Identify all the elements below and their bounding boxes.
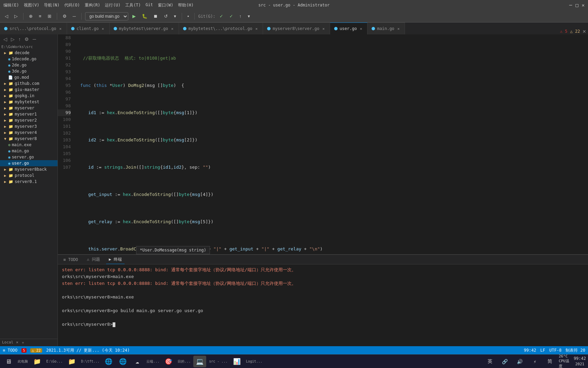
sidebar-item-maingo[interactable]: ◉ main.go (0, 148, 58, 154)
tab-main[interactable]: main.go ✕ (368, 22, 405, 34)
tab-close[interactable]: ✕ (321, 26, 326, 31)
lang-icon[interactable]: 英 (484, 356, 496, 367)
code-content[interactable]: //获取继电器状态 格式: to|0108|get|ab func ( this… (75, 34, 588, 254)
tab-user[interactable]: user.go ✕ (330, 22, 368, 34)
reload-button[interactable]: ↺ (162, 13, 170, 20)
tab-myserver8-server[interactable]: myserver8\server.go ✕ (263, 22, 330, 34)
sidebar-item-2de[interactable]: ◉ 2de.go (0, 62, 58, 68)
local-tab[interactable]: Local (2, 340, 13, 345)
sidebar-item-decode[interactable]: ▶ 📁 decode (0, 50, 58, 56)
taskbar-target[interactable]: 🎯 (162, 356, 175, 367)
menu-bar[interactable]: 编辑(E) 视图(V) 导航(N) 代码(O) 重构(R) 运行(U) 工具(T… (3, 2, 194, 8)
forward-button[interactable]: ▷ (12, 13, 20, 20)
nav-button[interactable]: ⊕ (27, 13, 35, 20)
battery-icon[interactable]: ⚡ (529, 356, 541, 367)
taskbar-logit-label[interactable]: Logit... (245, 359, 264, 363)
sidebar-item-myserver[interactable]: ▶ 📁 myserver (0, 105, 58, 111)
taskbar-browser2[interactable]: 🌐 (116, 356, 129, 367)
sidebar-item-servergo[interactable]: ◉ server.go (0, 154, 58, 160)
back-button[interactable]: ◁ (3, 13, 10, 20)
status-charset[interactable]: UTF-8 (549, 348, 561, 353)
maximize-button[interactable]: □ (575, 2, 578, 8)
volume-icon[interactable]: 🔊 (514, 356, 526, 367)
git-check2[interactable]: ✓ (227, 13, 235, 20)
taskbar-explorer1-label[interactable]: E:\Go... (45, 359, 64, 363)
status-problems[interactable]: 5 △ 22 (21, 348, 42, 353)
block-button[interactable]: ▪ (185, 13, 191, 20)
status-encoding[interactable]: LF (540, 348, 545, 353)
minus-button[interactable]: ─ (71, 13, 78, 20)
status-linecol[interactable]: 99:42 (524, 348, 536, 353)
input-method-icon[interactable]: 简 (544, 356, 556, 367)
close-local[interactable]: ✕ (16, 340, 18, 345)
expand-button[interactable]: ⊞ (46, 13, 53, 20)
add-tab[interactable]: ＋ (21, 340, 25, 345)
sidebar-item-gomod[interactable]: 📄 go.mod (0, 74, 58, 80)
stop-button[interactable]: ⏹ (151, 13, 160, 20)
sidebar-item-mybytetest[interactable]: ▶ 📁 mybytetest (0, 99, 58, 105)
menu-help[interactable]: 帮助(H) (178, 2, 194, 8)
code-editor[interactable]: 88 89 90 91 92 93 94 95 96 97 98 99 100 … (58, 34, 588, 254)
taskbar-cloud-label[interactable]: 云端... (145, 359, 161, 364)
tab-problems[interactable]: ⚠ 问题 (84, 255, 102, 264)
git-check[interactable]: ✓ (217, 13, 225, 20)
git-push[interactable]: ↑ (237, 13, 244, 20)
sidebar-item-server01[interactable]: ▶ 📁 server0.1 (0, 179, 58, 185)
sidebar-item-gopkg[interactable]: ▶ 📁 gopkg.in (0, 93, 58, 99)
sidebar-item-giu[interactable]: ▶ 📁 giu-master (0, 87, 58, 93)
tab-mybytetest-server[interactable]: mybytetest\server.go ✕ (110, 22, 179, 34)
window-controls[interactable]: ─ □ ✕ (569, 2, 585, 8)
sidebar-item-myserver4[interactable]: ▶ 📁 myserver4 (0, 129, 58, 136)
close-button[interactable]: ✕ (582, 2, 585, 8)
sidebar-back[interactable]: ◁ (2, 36, 9, 43)
sidebar-item-myserver8back[interactable]: ▶ 📁 myserver8back (0, 166, 58, 172)
tab-close[interactable]: ✕ (101, 26, 105, 31)
tab-close[interactable]: ✕ (170, 26, 175, 31)
sidebar-up[interactable]: ↑ (17, 36, 22, 43)
taskbar-explorer2-label[interactable]: D:\tft... (80, 359, 101, 363)
tab-terminal[interactable]: ▶ 终端 (106, 255, 125, 264)
taskbar-ide[interactable]: 💻 (193, 356, 206, 367)
status-indent[interactable]: 制表符 20 (566, 348, 585, 353)
network-icon[interactable]: 🔗 (499, 356, 511, 367)
sidebar-item-mainexe[interactable]: ⚙ main.exe (0, 142, 58, 148)
sidebar-item-protocol[interactable]: ▶ 📁 protocol (0, 172, 58, 179)
status-todo[interactable]: ≡ TODO (3, 348, 17, 353)
tab-todo[interactable]: ≡ TODO (61, 256, 81, 263)
taskbar-clock[interactable]: 99:42 2021 (574, 356, 586, 367)
sidebar-item-myserver1[interactable]: ▶ 📁 myserver1 (0, 111, 58, 117)
build-selector[interactable]: go build main.go (85, 12, 128, 20)
sidebar-item-3de[interactable]: ◉ 3de.go (0, 68, 58, 74)
sidebar-item-github[interactable]: ▶ 📁 github.com (0, 80, 58, 87)
debug-button[interactable]: 🐛 (140, 13, 149, 20)
menu-window[interactable]: 窗口(W) (158, 2, 174, 8)
more-run[interactable]: ▾ (172, 13, 178, 20)
menu-code[interactable]: 代码(O) (64, 2, 80, 8)
sidebar-minus[interactable]: ─ (31, 36, 37, 43)
collapse-button[interactable]: ≡ (37, 13, 44, 20)
sidebar-item-usergo[interactable]: ◉ user.go (0, 160, 58, 166)
menu-nav[interactable]: 导航(N) (44, 2, 60, 8)
taskbar-browser1[interactable]: 🌐 (102, 356, 115, 367)
terminal-content[interactable]: sten err: listen tcp 0.0.0.0:8888: bind:… (58, 264, 588, 346)
menu-git[interactable]: Git (146, 2, 153, 8)
tab-close[interactable]: ✕ (255, 26, 259, 31)
sidebar-fwd[interactable]: ▷ (10, 36, 16, 43)
menu-tools[interactable]: 工具(T) (125, 2, 141, 8)
taskbar-target-label[interactable]: 目的... (176, 359, 192, 364)
menu-view[interactable]: 视图(V) (24, 2, 39, 8)
taskbar-explorer1[interactable]: 📁 (31, 356, 44, 367)
sidebar-item-myserver3[interactable]: ▶ 📁 myserver3 (0, 123, 58, 129)
tab-client[interactable]: client.go ✕ (67, 22, 110, 34)
tab-close[interactable]: ✕ (58, 26, 63, 31)
taskbar-pc-label[interactable]: 此电脑 (16, 359, 29, 364)
taskbar-ide-label[interactable]: src - ... (208, 359, 229, 363)
sidebar-item-myserver8[interactable]: ▼ 📁 myserver8 (0, 136, 58, 142)
sidebar-root[interactable]: E:\GoWorks\src (0, 44, 58, 50)
menu-run[interactable]: 运行(U) (105, 2, 120, 8)
sidebar-item-myserver2[interactable]: ▶ 📁 myserver2 (0, 117, 58, 123)
tab-protocol-src[interactable]: src\...\protocol.go ✕ (0, 22, 67, 34)
status-version[interactable]: 2021.1.3可用 // 更新... (今天 10:24) (46, 348, 130, 353)
tab-close[interactable]: ✕ (396, 26, 401, 31)
tab-mybytetest-protocol[interactable]: mybytetest\...\protocol.go ✕ (179, 22, 263, 34)
